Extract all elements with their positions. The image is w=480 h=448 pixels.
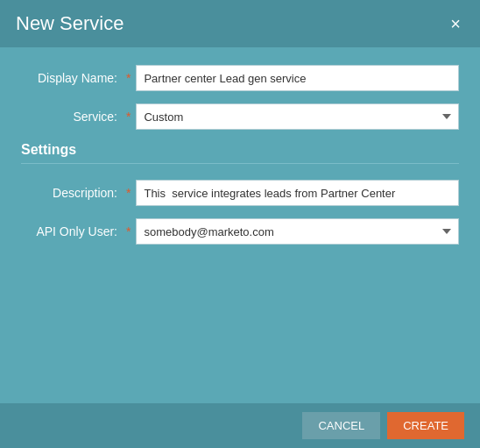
service-select[interactable]: Custom Other <box>136 103 459 130</box>
create-button[interactable]: CREATE <box>387 412 464 439</box>
display-name-required: * <box>126 71 131 85</box>
dialog-footer: CANCEL CREATE <box>0 403 480 448</box>
display-name-input[interactable] <box>136 65 459 91</box>
dialog-header: New Service × <box>0 0 480 47</box>
display-name-label: Display Name: <box>21 71 126 85</box>
description-label: Description: <box>21 186 126 200</box>
settings-divider <box>21 163 459 164</box>
service-select-group: * Custom Other <box>126 103 459 130</box>
display-name-input-group: * <box>126 65 459 91</box>
api-user-select-group: * somebody@marketo.com <box>126 218 459 245</box>
dialog-body: Display Name: * Service: * Custom Other … <box>0 47 480 403</box>
description-required: * <box>126 186 131 200</box>
api-user-row: API Only User: * somebody@marketo.com <box>21 218 459 245</box>
display-name-row: Display Name: * <box>21 65 459 91</box>
description-row: Description: * <box>21 180 459 206</box>
new-service-dialog: New Service × Display Name: * Service: *… <box>0 0 480 448</box>
api-user-select[interactable]: somebody@marketo.com <box>136 218 459 245</box>
dialog-title: New Service <box>16 12 124 35</box>
description-input-group: * <box>126 180 459 206</box>
service-row: Service: * Custom Other <box>21 103 459 130</box>
description-input[interactable] <box>136 180 459 206</box>
api-user-required: * <box>126 224 131 238</box>
service-required: * <box>126 110 131 124</box>
api-user-label: API Only User: <box>21 224 126 238</box>
settings-title: Settings <box>21 142 459 158</box>
service-label: Service: <box>21 110 126 124</box>
cancel-button[interactable]: CANCEL <box>302 412 380 439</box>
settings-section: Settings <box>21 142 459 176</box>
close-button[interactable]: × <box>447 15 464 32</box>
